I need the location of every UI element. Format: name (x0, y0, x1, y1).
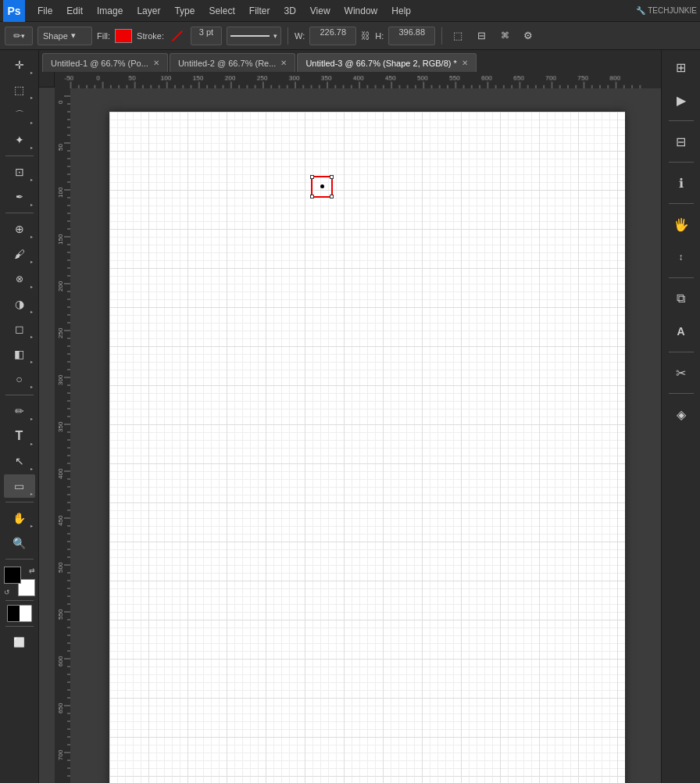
tool-marquee[interactable]: ⬚ ▸ (4, 78, 35, 102)
tool-divider2 (5, 213, 34, 213)
tool-pen[interactable]: ✏ ▸ (4, 399, 35, 423)
chain-link-icon[interactable]: ⛓ (361, 30, 370, 41)
stroke-width-input[interactable]: 3 pt (191, 27, 222, 45)
ruler-corner (39, 72, 55, 88)
tool-path-select[interactable]: ↖ ▸ (4, 449, 35, 473)
canvas-scroll[interactable] (70, 88, 661, 783)
screen-mode-btn[interactable]: ⬜ (4, 631, 35, 654)
quick-mask-btn[interactable] (7, 605, 32, 622)
tool-brush[interactable]: 🖌 ▸ (4, 242, 35, 266)
stroke-style-dropdown[interactable]: ▾ (227, 27, 281, 45)
menu-view[interactable]: View (304, 4, 337, 18)
tool-history-brush[interactable]: ◑ ▸ (4, 292, 35, 316)
shape-mode-label: Shape (43, 31, 68, 41)
canvas-grid (109, 112, 625, 783)
marquee-icon: ⬚ (14, 84, 24, 96)
tool-clone[interactable]: ⊗ ▸ (4, 267, 35, 291)
history-panel-btn[interactable]: 🖐 (667, 210, 695, 238)
tab-untitled-3[interactable]: Untitled-3 @ 66.7% (Shape 2, RGB/8) * ✕ (297, 53, 476, 72)
tool-move[interactable]: ✛ ▸ (4, 53, 35, 77)
gear-btn[interactable]: ⚙ (519, 27, 538, 45)
shape-handle-top-right[interactable] (330, 175, 334, 179)
fill-label: Fill: (97, 31, 110, 41)
stroke-label: Stroke: (137, 31, 164, 41)
shape-handle-bottom-left[interactable] (310, 195, 314, 198)
chevron-down-icon: ▾ (21, 32, 25, 40)
transform-controls-btn[interactable]: ⬚ (448, 27, 467, 45)
stroke-color-swatch[interactable] (169, 29, 186, 43)
menu-window[interactable]: Window (338, 4, 384, 18)
menu-filter[interactable]: Filter (243, 4, 277, 18)
width-input[interactable]: 226.78 (309, 27, 356, 45)
type-panel-btn[interactable]: A (667, 317, 695, 345)
play-btn[interactable]: ▶ (667, 86, 695, 114)
eyedropper-icon: ✒ (16, 191, 23, 202)
brush-icon: 🖌 (14, 248, 25, 260)
shape-handle-bottom-right[interactable] (330, 195, 334, 198)
tool-healing[interactable]: ⊕ ▸ (4, 217, 35, 241)
canvas-area: Untitled-1 @ 66.7% (Po... ✕ Untitled-2 @… (39, 50, 661, 783)
tool-text[interactable]: T ▸ (4, 424, 35, 448)
canvas-with-rulers (39, 72, 661, 783)
ruler-h-container (55, 72, 661, 783)
tool-eraser[interactable]: ◻ ▸ (4, 317, 35, 341)
menu-layer[interactable]: Layer (130, 4, 166, 18)
menu-edit[interactable]: Edit (60, 4, 89, 18)
shape-rectangle[interactable] (311, 176, 333, 198)
tool-shape[interactable]: ▭ ▸ (4, 474, 35, 498)
eraser-icon: ◻ (15, 323, 24, 335)
crop-icon: ⊡ (15, 166, 24, 178)
chevron-down-icon: ▾ (273, 32, 277, 40)
tab-untitled-1[interactable]: Untitled-1 @ 66.7% (Po... ✕ (42, 53, 168, 72)
duplicate-btn[interactable]: ⧉ (667, 284, 695, 313)
tab-close-icon[interactable]: ✕ (280, 59, 287, 67)
reset-colors-icon[interactable]: ↺ (4, 588, 10, 596)
hand-icon: 🖐 (673, 217, 689, 232)
menu-type[interactable]: Type (168, 4, 201, 18)
menu-bar: Ps File Edit Image Layer Type Select Fil… (0, 0, 700, 22)
tool-preset-picker[interactable]: ✏ ▾ (5, 27, 33, 45)
tool-crop[interactable]: ⊡ ▸ (4, 160, 35, 184)
tool-zoom[interactable]: 🔍 (4, 531, 35, 555)
techjunkie-logo: 🔧 TECHJUNKIE (636, 6, 697, 15)
channels-btn[interactable]: ⊟ (667, 127, 695, 156)
tool-hand[interactable]: ✋ ▸ (4, 506, 35, 530)
height-input[interactable]: 396.88 (388, 27, 435, 45)
align-left-btn[interactable]: ⊟ (472, 27, 491, 45)
menu-help[interactable]: Help (385, 4, 417, 18)
tool-gradient[interactable]: ◧ ▸ (4, 342, 35, 366)
3d-icon: ◈ (677, 407, 686, 422)
tool-wand[interactable]: ✦ ▸ (4, 128, 35, 152)
tool-divider3 (5, 395, 34, 395)
menu-file[interactable]: File (31, 4, 59, 18)
layers-panel-btn[interactable]: ⊞ (667, 53, 695, 81)
chevron-down-icon: ▾ (71, 30, 76, 41)
tab-label: Untitled-2 @ 66.7% (Re... (178, 59, 277, 68)
play-icon: ▶ (677, 93, 686, 108)
scissors-btn[interactable]: ✂ (667, 359, 695, 387)
3d-btn[interactable]: ◈ (667, 400, 695, 428)
pen-icon: ✏ (15, 405, 24, 417)
menu-select[interactable]: Select (202, 4, 241, 18)
foreground-color-swatch[interactable] (4, 567, 21, 584)
info-btn[interactable]: ℹ (667, 169, 695, 197)
shape-handle-top-left[interactable] (310, 175, 314, 179)
tool-lasso[interactable]: ⌒ ▸ (4, 103, 35, 127)
duplicate-icon: ⧉ (677, 291, 685, 306)
warp-btn[interactable]: ⌘ (495, 27, 514, 45)
right-divider6 (669, 393, 694, 394)
tool-divider7 (5, 626, 34, 627)
tool-eyedropper[interactable]: ✒ ▸ (4, 185, 35, 209)
menu-3d[interactable]: 3D (277, 4, 302, 18)
tab-untitled-2[interactable]: Untitled-2 @ 66.7% (Re... ✕ (170, 53, 296, 72)
tool-dodge[interactable]: ○ ▸ (4, 367, 35, 391)
text-icon: T (16, 429, 23, 443)
tab-close-icon[interactable]: ✕ (153, 59, 159, 67)
swap-colors-icon[interactable]: ⇄ (29, 567, 35, 574)
tab-close-icon[interactable]: ✕ (462, 59, 468, 67)
menu-image[interactable]: Image (91, 4, 129, 18)
arrange-btn[interactable]: ↕ (667, 243, 695, 271)
canvas[interactable] (109, 112, 625, 783)
shape-mode-dropdown[interactable]: Shape ▾ (38, 27, 92, 45)
fill-color-swatch[interactable] (115, 29, 132, 43)
